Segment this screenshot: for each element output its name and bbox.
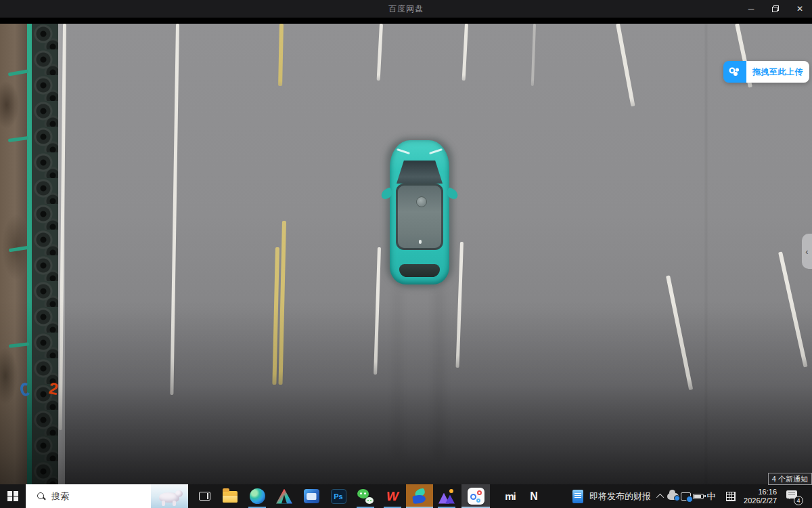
tray-ime-mode[interactable]: 中 [705,484,717,508]
restore-icon [772,5,779,12]
restore-button[interactable] [763,0,788,18]
tray-onedrive[interactable] [666,484,679,508]
taskbar-search[interactable] [26,484,188,508]
cloud-icon [667,493,679,500]
side-panel-toggle[interactable]: ‹ [802,234,812,269]
monitor-icon [681,492,691,501]
wechat-icon [357,489,374,504]
close-button[interactable]: ✕ [788,0,812,18]
taskbar-app-file-explorer[interactable] [217,484,244,508]
wps-icon: W [386,489,399,504]
lane-line-white [456,242,464,368]
chevron-up-icon [656,493,664,501]
task-view-icon [199,492,210,501]
search-icon [37,492,45,500]
task-view-button[interactable] [191,484,218,508]
taskbar-app-outlook[interactable] [298,484,325,508]
photoshop-icon: Ps [331,489,346,504]
battery-icon [693,494,704,499]
taskbar-app-notion[interactable]: N [522,484,545,508]
video-letterbox [0,18,812,24]
asphalt-seam [705,24,707,484]
mi-logo: mi [505,490,516,502]
bird-swirl-app-icon [411,488,428,505]
netdisk-logo-glyph [728,66,742,77]
search-highlight-image[interactable] [151,484,188,508]
taskbar-app-edge[interactable] [244,484,271,508]
drag-upload-label: 拖拽至此上传 [746,61,809,83]
taskbar-app-mi[interactable]: mi [497,484,523,508]
tray-ime-keyboard[interactable] [724,484,738,508]
lane-line-white [531,24,536,86]
tray-battery[interactable] [691,484,706,508]
close-icon: ✕ [796,4,803,14]
taskbar: Ps W mi N [0,484,812,508]
taskbar-app-a-gradient[interactable] [271,484,298,508]
lane-line-yellow [279,221,286,385]
window-titlebar: 百度网盘 ─ ✕ [0,0,812,18]
green-guardrail [27,24,32,484]
baidu-netdisk-icon [723,61,746,83]
polar-bear-head [175,490,183,497]
tray-expand-button[interactable] [656,484,667,508]
window-controls: ─ ✕ [739,0,812,18]
news-widget[interactable]: 即将发布的财报 [572,484,651,508]
polar-bear-leg [162,501,165,506]
tire-streaks [394,289,445,459]
notification-tooltip: 4 个新通知 [768,473,812,485]
lane-line-white [778,251,808,367]
minimize-icon: ─ [748,4,754,14]
taskbar-app-baidu-netdisk[interactable] [461,484,490,508]
lane-line-white [374,247,381,375]
baidu-netdisk-app-icon [468,488,484,505]
car-windshield [397,161,443,184]
taskbar-app-wechat[interactable] [352,484,379,508]
file-explorer-icon [223,491,238,503]
a-gradient-app-icon [276,489,292,504]
lane-line-white [666,275,693,390]
car-rear-window [399,264,440,277]
taskbar-app-photoshop[interactable]: Ps [325,484,352,508]
car-antenna-dot [419,240,422,244]
action-center-button[interactable]: 4 [780,484,807,508]
taskbar-app-wps[interactable]: W [379,484,406,508]
lane-line-yellow [278,24,284,86]
mountain-app-icon [438,489,455,504]
start-button[interactable] [0,484,26,508]
tray-display[interactable] [679,484,692,508]
dirt-strip [0,24,27,484]
n-logo: N [530,490,538,503]
car-roof-sensor [416,196,427,207]
teal-car [390,140,449,284]
ime-chinese-indicator: 中 [707,490,716,503]
taskbar-app-bird-design[interactable] [406,484,433,508]
desktop-screen: 百度网盘 ─ ✕ 2 [0,0,812,508]
minimize-button[interactable]: ─ [739,0,763,18]
window-title: 百度网盘 [0,0,812,18]
edge-browser-icon [250,488,265,504]
clock-date: 2026/2/27 [744,496,777,505]
taskbar-clock[interactable]: 16:16 2026/2/27 [738,484,777,508]
windows-logo-icon [7,491,18,502]
lane-line-white [377,24,383,81]
polar-bear-leg [173,501,176,506]
car-roof-glass [396,184,443,250]
taskbar-app-mountain[interactable] [433,484,460,508]
news-headline: 即将发布的财报 [589,490,651,503]
news-document-icon [572,490,583,503]
keyboard-grid-icon [726,492,736,501]
search-input[interactable] [51,491,133,501]
drag-upload-badge[interactable]: 拖拽至此上传 [723,61,809,83]
clock-time: 16:16 [758,488,777,496]
outlook-icon [304,489,319,503]
notification-count-badge: 4 [794,496,803,505]
chevron-left-icon: ‹ [805,247,808,257]
lane-line-white [170,24,179,395]
lane-line-white [462,24,468,81]
video-frame[interactable]: 2 [0,24,812,484]
lane-line-white [616,24,635,106]
tire-barrier [32,24,60,484]
